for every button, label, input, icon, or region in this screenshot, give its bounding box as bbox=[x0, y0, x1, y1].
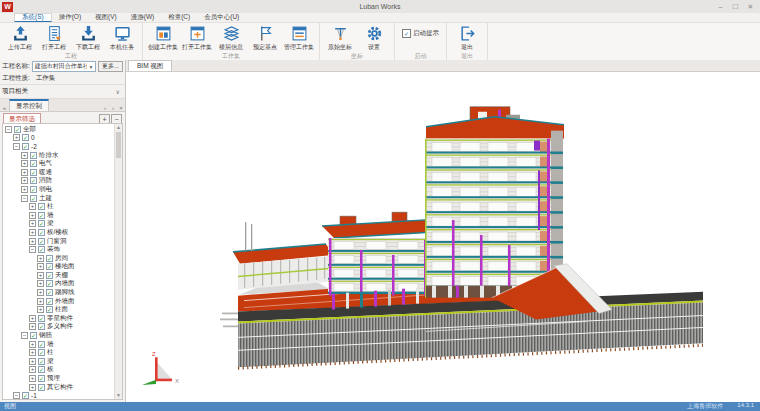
ribbon-button-settings[interactable]: 设置 bbox=[357, 23, 391, 52]
project-name-combobox[interactable]: 建德市村田合作单社-施工模型 ▼ bbox=[32, 61, 96, 72]
tree-checkbox[interactable]: ✓ bbox=[38, 203, 45, 210]
ribbon-button-manage-workset[interactable]: 管理工作集 bbox=[282, 23, 316, 52]
menu-item-5[interactable]: 会员中心(U) bbox=[197, 13, 246, 22]
tree-item-26[interactable]: +✓柱 bbox=[3, 348, 115, 357]
ribbon-button-open-workset[interactable]: 打开工作集 bbox=[180, 23, 214, 52]
tree-checkbox[interactable]: ✓ bbox=[38, 358, 45, 365]
menu-item-1[interactable]: 操作(O) bbox=[52, 13, 88, 22]
tree-checkbox[interactable]: ✓ bbox=[38, 375, 45, 382]
tab-scroll-left-icon[interactable]: ‹ bbox=[101, 105, 109, 111]
tree-item-21[interactable]: +✓柱面 bbox=[3, 305, 115, 314]
tree-checkbox[interactable]: ✓ bbox=[30, 186, 37, 193]
expand-node-icon[interactable]: + bbox=[29, 384, 36, 391]
expand-node-icon[interactable]: + bbox=[29, 375, 36, 382]
chevron-down-icon[interactable]: ▼ bbox=[87, 64, 95, 70]
expand-node-icon[interactable]: + bbox=[29, 238, 36, 245]
tree-checkbox[interactable]: ✓ bbox=[38, 220, 45, 227]
ribbon-button-origin-coords[interactable]: 原始坐标 bbox=[323, 23, 357, 52]
expand-node-icon[interactable]: + bbox=[29, 366, 36, 373]
tree-checkbox[interactable]: ✓ bbox=[46, 298, 53, 305]
expand-node-icon[interactable]: + bbox=[29, 220, 36, 227]
ribbon-button-download-project[interactable]: 下载工程 bbox=[71, 23, 105, 52]
tree-item-5[interactable]: +✓暖通 bbox=[3, 168, 115, 177]
tree-checkbox[interactable]: ✓ bbox=[30, 177, 37, 184]
tree-item-10[interactable]: +✓墙 bbox=[3, 211, 115, 220]
tree-item-15[interactable]: +✓房间 bbox=[3, 254, 115, 263]
ribbon-button-local-tasks[interactable]: 本机任务 bbox=[105, 23, 139, 52]
collapse-node-icon[interactable]: − bbox=[13, 143, 20, 150]
tree-item-23[interactable]: +✓多义构件 bbox=[3, 323, 115, 332]
expand-node-icon[interactable]: + bbox=[37, 280, 44, 287]
expand-node-icon[interactable]: + bbox=[21, 160, 28, 167]
expand-node-icon[interactable]: + bbox=[37, 289, 44, 296]
tree-item-16[interactable]: +✓楼地面 bbox=[3, 263, 115, 272]
bim-viewport[interactable]: Z X bbox=[126, 71, 760, 402]
collapse-node-icon[interactable]: − bbox=[29, 246, 36, 253]
menu-item-3[interactable]: 漫游(W) bbox=[124, 13, 161, 22]
tree-checkbox[interactable]: ✓ bbox=[38, 229, 45, 236]
tree-checkbox[interactable]: ✓ bbox=[14, 126, 21, 133]
expand-node-icon[interactable]: + bbox=[21, 177, 28, 184]
tree-item-11[interactable]: +✓梁 bbox=[3, 220, 115, 229]
tree-item-3[interactable]: +✓给排水 bbox=[3, 151, 115, 160]
tree-checkbox[interactable]: ✓ bbox=[22, 143, 29, 150]
tree-checkbox[interactable]: ✓ bbox=[38, 323, 45, 330]
tree-item-7[interactable]: +✓弱电 bbox=[3, 185, 115, 194]
tree-checkbox[interactable]: ✓ bbox=[46, 255, 53, 262]
tree-scrollbar[interactable]: ▲ ▼ bbox=[114, 124, 122, 399]
ribbon-button-exit[interactable]: 退出 bbox=[450, 23, 484, 52]
bim-model[interactable]: Z X bbox=[126, 71, 760, 402]
menu-item-2[interactable]: 视图(V) bbox=[88, 13, 124, 22]
menu-item-4[interactable]: 检查(C) bbox=[161, 13, 197, 22]
tree-item-25[interactable]: +✓墙 bbox=[3, 340, 115, 349]
tree-item-20[interactable]: +✓外墙面 bbox=[3, 297, 115, 306]
tree-item-2[interactable]: −✓-2 bbox=[3, 142, 115, 151]
tree-checkbox[interactable]: ✓ bbox=[38, 366, 45, 373]
tree-item-22[interactable]: +✓零星构件 bbox=[3, 314, 115, 323]
expand-node-icon[interactable]: + bbox=[29, 349, 36, 356]
tree-item-31[interactable]: −✓-1 bbox=[3, 391, 115, 399]
tab-scroll-right-icon[interactable]: › bbox=[109, 105, 117, 111]
tree-item-19[interactable]: +✓踢脚线 bbox=[3, 288, 115, 297]
expand-node-icon[interactable]: + bbox=[29, 358, 36, 365]
tree-checkbox[interactable]: ✓ bbox=[38, 341, 45, 348]
tree-checkbox[interactable]: ✓ bbox=[38, 238, 45, 245]
tree-checkbox[interactable]: ✓ bbox=[30, 169, 37, 176]
expand-node-icon[interactable]: + bbox=[21, 186, 28, 193]
expand-node-icon[interactable]: + bbox=[37, 255, 44, 262]
tree-item-6[interactable]: +✓消防 bbox=[3, 177, 115, 186]
tree-item-8[interactable]: −✓土建 bbox=[3, 194, 115, 203]
expand-node-icon[interactable]: + bbox=[13, 134, 20, 141]
tree-checkbox[interactable]: ✓ bbox=[46, 289, 53, 296]
tree-checkbox[interactable]: ✓ bbox=[38, 349, 45, 356]
tab-bim-view[interactable]: BIM 视图 bbox=[128, 60, 172, 71]
tree-item-1[interactable]: +✓0 bbox=[3, 134, 115, 143]
tree-item-28[interactable]: +✓板 bbox=[3, 366, 115, 375]
collapse-node-icon[interactable]: − bbox=[13, 392, 20, 399]
tree-checkbox[interactable]: ✓ bbox=[30, 152, 37, 159]
ribbon-button-open-project[interactable]: 打开工程 bbox=[37, 23, 71, 52]
checkbox-icon[interactable]: ✓ bbox=[402, 29, 411, 38]
expand-node-icon[interactable]: + bbox=[21, 169, 28, 176]
tree-item-4[interactable]: +✓电气 bbox=[3, 159, 115, 168]
tree-checkbox[interactable]: ✓ bbox=[38, 212, 45, 219]
tree-item-24[interactable]: −✓钢筋 bbox=[3, 331, 115, 340]
tab-display-control[interactable]: 显示控制 bbox=[9, 99, 49, 111]
tree-item-29[interactable]: +✓预埋 bbox=[3, 374, 115, 383]
ribbon-button-floor-info[interactable]: 楼层信息 bbox=[214, 23, 248, 52]
expand-node-icon[interactable]: + bbox=[37, 263, 44, 270]
expand-node-icon[interactable]: + bbox=[29, 315, 36, 322]
tree-item-27[interactable]: +✓梁 bbox=[3, 357, 115, 366]
tree-checkbox[interactable]: ✓ bbox=[38, 246, 45, 253]
tree-checkbox[interactable]: ✓ bbox=[38, 315, 45, 322]
close-button[interactable]: ✕ bbox=[743, 0, 758, 13]
tree-checkbox[interactable]: ✓ bbox=[46, 272, 53, 279]
collapse-node-icon[interactable]: − bbox=[21, 195, 28, 202]
maximize-button[interactable]: ☐ bbox=[728, 0, 743, 13]
expand-node-icon[interactable]: + bbox=[37, 298, 44, 305]
tree-item-30[interactable]: +✓其它构件 bbox=[3, 383, 115, 392]
tree-item-0[interactable]: −✓全部 bbox=[3, 125, 115, 134]
expand-node-icon[interactable]: + bbox=[29, 203, 36, 210]
tab-close-icon[interactable]: × bbox=[117, 105, 125, 111]
tree-checkbox[interactable]: ✓ bbox=[46, 280, 53, 287]
